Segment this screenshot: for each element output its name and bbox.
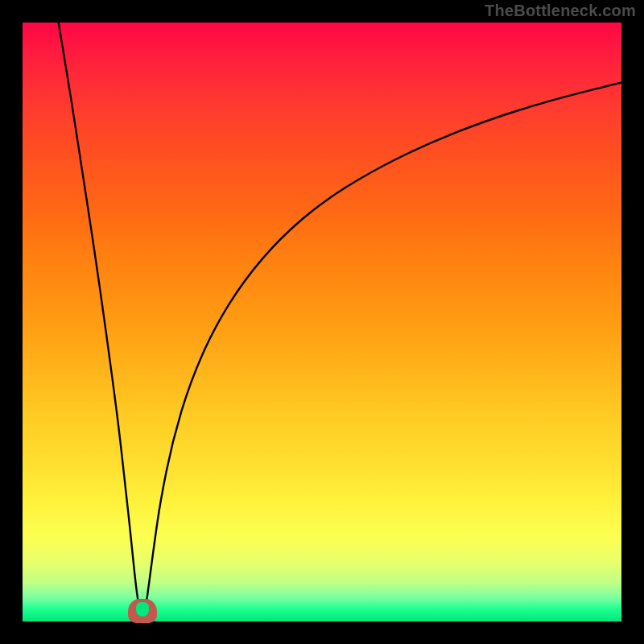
curve-left-branch xyxy=(59,23,142,621)
chart-frame: TheBottleneck.com xyxy=(0,0,644,644)
bottleneck-curve xyxy=(23,23,621,621)
minimum-nub xyxy=(128,599,157,623)
plot-area xyxy=(23,23,621,621)
curve-right-branch xyxy=(142,82,621,621)
watermark-text: TheBottleneck.com xyxy=(485,2,636,20)
